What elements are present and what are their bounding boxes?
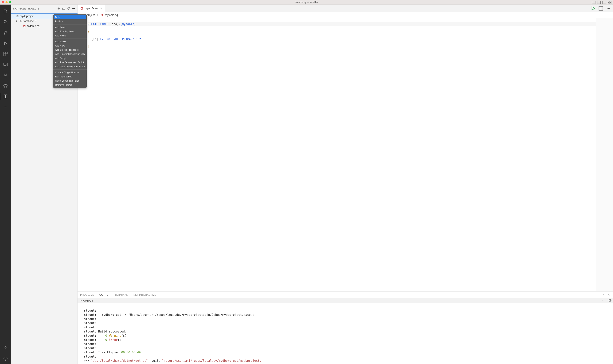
panel-maximize-icon[interactable] [602, 293, 605, 297]
svg-point-31 [72, 8, 73, 9]
panel-close-icon[interactable] [607, 293, 610, 297]
layout-sidebar-left-icon[interactable] [592, 0, 596, 4]
activity-search[interactable] [0, 17, 11, 27]
svg-point-33 [74, 8, 75, 9]
editor-tabs: mytable.sql [78, 5, 613, 12]
context-menu-add-external-streaming-job[interactable]: Add External Streaming Job [53, 52, 87, 56]
tree-file-label: mytable.sql [27, 25, 40, 27]
svg-rect-8 [608, 2, 609, 4]
svg-point-38 [23, 25, 25, 26]
layout-customize-icon[interactable] [608, 0, 612, 4]
svg-point-10 [4, 20, 6, 23]
svg-point-46 [608, 8, 609, 9]
svg-rect-0 [592, 1, 595, 4]
refresh-icon[interactable] [67, 7, 70, 11]
panel-subheader-label: OUTPUT [83, 299, 93, 302]
svg-point-16 [4, 44, 5, 45]
new-project-icon[interactable] [57, 7, 60, 11]
svg-rect-17 [4, 52, 5, 54]
activity-accounts[interactable] [0, 343, 11, 353]
chevron-down-icon [79, 299, 82, 302]
sidebar: DATABASE PROJECTS mydbproject [11, 5, 78, 364]
breadcrumb-file[interactable]: mytable.sql [105, 13, 118, 16]
bottom-panel: PROBLEMS OUTPUT TERMINAL .NET INTERACTIV… [78, 291, 613, 364]
activity-github[interactable] [0, 80, 11, 91]
activity-more-icon[interactable] [0, 102, 11, 112]
context-menu-add-view[interactable]: Add View [53, 44, 87, 48]
svg-marker-15 [5, 42, 7, 45]
panel-settings-icon[interactable] [608, 299, 612, 302]
context-menu-add-pre-deployment-script[interactable]: Add Pre-Deployment Script [53, 60, 87, 65]
tab-mytable-sql[interactable]: mytable.sql [78, 5, 105, 12]
context-menu-add-item[interactable]: Add Item... [53, 25, 87, 29]
context-menu-add-stored-procedure[interactable]: Add Stored Procedure [53, 48, 87, 52]
context-menu-edit-sqlproj[interactable]: Edit .sqlproj File [53, 75, 87, 79]
context-menu-add-post-deployment-script[interactable]: Add Post-Deployment Script [53, 65, 87, 69]
activity-explorer[interactable] [0, 6, 11, 17]
svg-marker-42 [592, 7, 595, 10]
svg-rect-22 [4, 95, 5, 98]
svg-point-21 [6, 65, 7, 66]
svg-point-45 [607, 8, 608, 9]
project-context-menu: Build Publish Add Item... Add Existing I… [53, 14, 87, 88]
svg-point-12 [4, 31, 5, 32]
svg-point-26 [6, 107, 7, 107]
window-maximize-button[interactable] [9, 1, 11, 3]
panel-subheader[interactable]: OUTPUT [78, 298, 607, 303]
tree-project-label: mydbproject [20, 15, 34, 18]
chevron-right-icon [15, 20, 18, 22]
panel-tab-terminal[interactable]: TERMINAL [115, 291, 128, 298]
panel-tab-dotnet-interactive[interactable]: .NET INTERACTIVE [133, 291, 156, 298]
activity-settings[interactable] [0, 353, 11, 364]
chevron-down-icon [13, 15, 15, 17]
layout-panel-bottom-icon[interactable] [597, 0, 601, 4]
svg-rect-18 [6, 52, 7, 54]
editor-more-actions-button[interactable] [606, 6, 611, 11]
sql-file-icon [100, 13, 103, 16]
svg-point-28 [5, 358, 6, 359]
context-menu-open-containing-folder[interactable]: Open Containing Folder [53, 79, 87, 83]
svg-point-39 [81, 7, 83, 8]
context-menu-add-table[interactable]: Add Table [53, 39, 87, 44]
context-menu-publish[interactable]: Publish [53, 19, 87, 24]
context-menu-change-target-platform[interactable]: Change Target Platform [53, 70, 87, 75]
svg-line-11 [6, 23, 7, 24]
project-icon [16, 15, 19, 18]
layout-sidebar-right-icon[interactable] [602, 0, 606, 4]
more-actions-icon[interactable] [72, 7, 75, 11]
activity-bar [0, 5, 11, 364]
svg-rect-36 [19, 20, 20, 21]
svg-rect-4 [602, 1, 606, 4]
activity-run-debug[interactable] [0, 38, 11, 49]
activity-source-control[interactable] [0, 27, 11, 38]
panel-tab-problems[interactable]: PROBLEMS [80, 291, 95, 298]
chevron-right-icon[interactable] [601, 299, 605, 302]
activity-extensions[interactable] [0, 49, 11, 59]
context-menu-build[interactable]: Build [54, 15, 86, 19]
context-menu-add-existing-item[interactable]: Add Existing Item... [53, 29, 87, 34]
split-editor-button[interactable] [598, 6, 603, 11]
chevron-right-icon [96, 14, 99, 16]
code-content[interactable]: CREATE TABLE [dbo].[mytable] ( [Id] INT … [88, 18, 613, 291]
activity-testing[interactable] [0, 70, 11, 80]
open-project-icon[interactable] [62, 7, 65, 11]
titlebar[interactable]: mytable.sql — localdev [0, 0, 613, 5]
sql-file-icon [23, 25, 26, 27]
context-menu-add-folder[interactable]: Add Folder [53, 34, 87, 38]
window-minimize-button[interactable] [5, 1, 8, 3]
close-icon[interactable] [100, 7, 102, 10]
svg-point-13 [4, 33, 5, 34]
activity-database-projects[interactable] [0, 91, 11, 102]
run-query-button[interactable] [591, 6, 596, 11]
activity-remote[interactable] [0, 59, 11, 70]
svg-rect-35 [17, 15, 18, 17]
minimap[interactable] [596, 18, 613, 291]
tab-label: mytable.sql [85, 7, 98, 10]
breadcrumb[interactable]: mydbproject mytable.sql [78, 12, 613, 18]
output-content[interactable]: stdout: stdout: mydbproject -> /Users/sc… [78, 303, 607, 364]
context-menu-add-script[interactable]: Add Script [53, 56, 87, 60]
window-close-button[interactable] [2, 1, 4, 3]
context-menu-remove-project[interactable]: Remove Project [53, 83, 87, 87]
code-editor[interactable]: 1 2 3 4 5 CREATE TABLE [dbo].[mytable] (… [78, 18, 613, 291]
panel-tab-output[interactable]: OUTPUT [99, 291, 110, 298]
